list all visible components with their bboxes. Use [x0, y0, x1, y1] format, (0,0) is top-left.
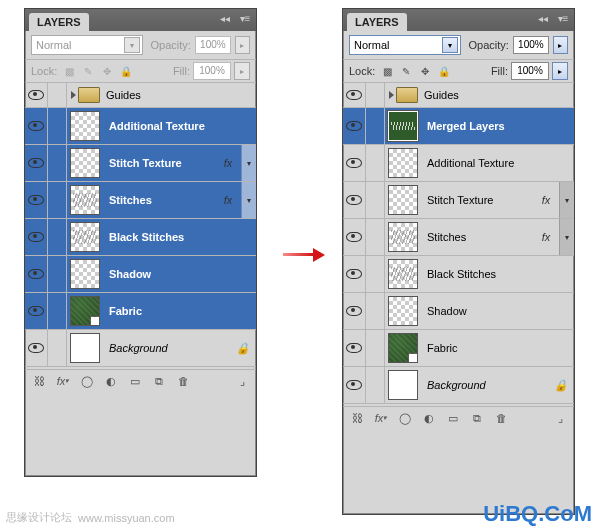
visibility-toggle[interactable] — [343, 182, 366, 218]
layer-row-shadow[interactable]: Shadow — [25, 256, 256, 293]
layer-row-background[interactable]: Background 🔒 — [25, 330, 256, 367]
visibility-toggle[interactable] — [25, 330, 48, 366]
layer-row-stitches[interactable]: Stitches fx ▾ — [343, 219, 574, 256]
blend-mode-select[interactable]: Normal ▾ — [349, 35, 461, 55]
layer-row-additional-texture[interactable]: Additional Texture — [25, 108, 256, 145]
visibility-toggle[interactable] — [25, 182, 48, 218]
adjustment-layer-icon[interactable]: ◐ — [103, 373, 119, 389]
layer-mask-icon[interactable]: ◯ — [79, 373, 95, 389]
lock-all-icon[interactable]: 🔒 — [437, 64, 451, 78]
fill-flyout-icon: ▸ — [234, 62, 250, 80]
layer-row-guides[interactable]: Guides — [343, 83, 574, 108]
layer-thumbnail[interactable] — [70, 222, 100, 252]
visibility-toggle[interactable] — [343, 256, 366, 292]
link-layers-icon[interactable]: ⛓ — [349, 410, 365, 426]
layer-row-stitches[interactable]: Stitches fx ▾ — [25, 182, 256, 219]
fx-expand-icon[interactable]: ▾ — [241, 145, 256, 181]
visibility-toggle[interactable] — [343, 293, 366, 329]
new-group-icon[interactable]: ▭ — [445, 410, 461, 426]
layer-thumbnail[interactable] — [70, 148, 100, 178]
eye-icon — [346, 269, 362, 279]
layer-thumbnail[interactable] — [70, 185, 100, 215]
lock-transparent-icon[interactable]: ▩ — [380, 64, 394, 78]
visibility-toggle[interactable] — [343, 330, 366, 366]
eye-icon — [346, 121, 362, 131]
fill-value[interactable]: 100% — [511, 62, 549, 80]
watermark-left-url: www.missyuan.com — [78, 512, 175, 524]
layer-thumbnail[interactable] — [388, 185, 418, 215]
layer-thumbnail[interactable] — [70, 296, 100, 326]
layer-thumbnail[interactable] — [388, 259, 418, 289]
opacity-value[interactable]: 100% — [513, 36, 549, 54]
layer-row-black-stitches[interactable]: Black Stitches — [343, 256, 574, 293]
collapse-icon[interactable]: ◂◂ — [218, 12, 232, 26]
visibility-toggle[interactable] — [343, 367, 366, 403]
layer-thumbnail[interactable] — [388, 333, 418, 363]
visibility-toggle[interactable] — [25, 256, 48, 292]
panel-menu-icon[interactable]: ▾≡ — [238, 12, 252, 26]
resize-grip-icon[interactable]: ⌟ — [552, 410, 568, 426]
lock-pixels-icon[interactable]: ✎ — [399, 64, 413, 78]
visibility-toggle[interactable] — [343, 83, 366, 107]
layer-row-merged[interactable]: Merged Layers — [343, 108, 574, 145]
layer-row-guides[interactable]: Guides — [25, 83, 256, 108]
adjustment-layer-icon[interactable]: ◐ — [421, 410, 437, 426]
new-layer-icon[interactable]: ⧉ — [469, 410, 485, 426]
layer-row-stitch-texture[interactable]: Stitch Texture fx ▾ — [343, 182, 574, 219]
layer-row-fabric[interactable]: Fabric — [343, 330, 574, 367]
visibility-toggle[interactable] — [25, 145, 48, 181]
panel-bottom-bar: ⛓ fx▾ ◯ ◐ ▭ ⧉ 🗑 ⌟ — [343, 406, 574, 429]
chevron-down-icon[interactable]: ▾ — [442, 37, 458, 53]
layer-row-stitch-texture[interactable]: Stitch Texture fx ▾ — [25, 145, 256, 182]
lock-fill-row: Lock: ▩ ✎ ✥ 🔒 Fill: 100% ▸ — [25, 60, 256, 83]
visibility-toggle[interactable] — [25, 108, 48, 144]
fill-flyout-icon[interactable]: ▸ — [552, 62, 568, 80]
panel-tab[interactable]: LAYERS — [347, 13, 407, 31]
visibility-toggle[interactable] — [343, 145, 366, 181]
new-layer-icon[interactable]: ⧉ — [151, 373, 167, 389]
fx-expand-icon[interactable]: ▾ — [559, 219, 574, 255]
layer-row-shadow[interactable]: Shadow — [343, 293, 574, 330]
opacity-flyout-icon[interactable]: ▸ — [553, 36, 568, 54]
layer-row-fabric[interactable]: Fabric — [25, 293, 256, 330]
collapse-icon[interactable]: ◂◂ — [536, 12, 550, 26]
eye-icon — [28, 195, 44, 205]
visibility-toggle[interactable] — [25, 219, 48, 255]
layer-style-icon[interactable]: fx▾ — [55, 373, 71, 389]
eye-icon — [346, 343, 362, 353]
layer-name: Guides — [100, 89, 256, 101]
resize-grip-icon[interactable]: ⌟ — [234, 373, 250, 389]
new-group-icon[interactable]: ▭ — [127, 373, 143, 389]
disclosure-triangle-icon[interactable] — [71, 91, 76, 99]
fx-expand-icon[interactable]: ▾ — [241, 182, 256, 218]
layer-row-black-stitches[interactable]: Black Stitches — [25, 219, 256, 256]
visibility-toggle[interactable] — [343, 219, 366, 255]
visibility-toggle[interactable] — [25, 83, 48, 107]
layer-thumbnail[interactable] — [70, 333, 100, 363]
layer-mask-icon[interactable]: ◯ — [397, 410, 413, 426]
panel-menu-icon[interactable]: ▾≡ — [556, 12, 570, 26]
fx-expand-icon[interactable]: ▾ — [559, 182, 574, 218]
layer-thumbnail[interactable] — [388, 222, 418, 252]
delete-layer-icon[interactable]: 🗑 — [493, 410, 509, 426]
disclosure-triangle-icon[interactable] — [389, 91, 394, 99]
lock-indicator-icon: 🔒 — [548, 367, 574, 403]
panel-tab[interactable]: LAYERS — [29, 13, 89, 31]
layer-style-icon[interactable]: fx▾ — [373, 410, 389, 426]
layer-thumbnail[interactable] — [388, 111, 418, 141]
layer-thumbnail[interactable] — [70, 259, 100, 289]
lock-position-icon[interactable]: ✥ — [418, 64, 432, 78]
layer-thumbnail[interactable] — [388, 148, 418, 178]
layer-thumbnail[interactable] — [70, 111, 100, 141]
layer-thumbnail[interactable] — [388, 296, 418, 326]
visibility-toggle[interactable] — [343, 108, 366, 144]
layer-row-background[interactable]: Background 🔒 — [343, 367, 574, 404]
delete-layer-icon[interactable]: 🗑 — [175, 373, 191, 389]
visibility-toggle[interactable] — [25, 293, 48, 329]
layer-row-additional-texture[interactable]: Additional Texture — [343, 145, 574, 182]
link-layers-icon[interactable]: ⛓ — [31, 373, 47, 389]
layer-thumbnail[interactable] — [388, 370, 418, 400]
blend-mode-select: Normal ▾ — [31, 35, 143, 55]
layer-name: Black Stitches — [103, 231, 256, 243]
layer-name: Guides — [418, 89, 574, 101]
